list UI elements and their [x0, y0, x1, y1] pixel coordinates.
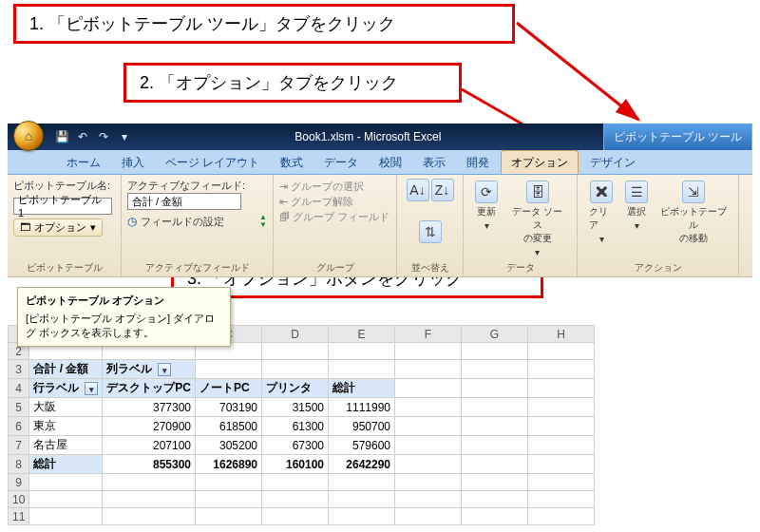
group-active-field: アクティブなフィールド: 合計 / 金額 ◷ フィールドの設定 ▲ ▼ アクティ… [122, 175, 274, 276]
row-header[interactable]: 8 [9, 455, 29, 474]
qat-dropdown-icon[interactable]: ▾ [116, 128, 133, 145]
pivot-col-item[interactable]: ノートPC [196, 379, 262, 398]
col-header[interactable]: F [395, 326, 462, 343]
titlebar: ⌂ 💾 ↶ ↷ ▾ Book1.xlsm - Microsoft Excel ピ… [8, 124, 752, 150]
clear-button[interactable]: 🗙クリア▾ [583, 179, 619, 259]
pivot-row-label[interactable]: 行ラベル▾ [29, 379, 103, 398]
pivot-cell[interactable]: 67300 [262, 436, 329, 455]
tab-home[interactable]: ホーム [57, 151, 110, 174]
context-tab-title: ピボットテーブル ツール [603, 124, 752, 150]
tab-developer[interactable]: 開発 [457, 151, 499, 174]
select-icon: ☰ [625, 180, 648, 203]
datasource-icon: 🗄 [526, 180, 549, 203]
pivot-value-field[interactable]: 合計 / 金額 [29, 360, 103, 379]
row-header[interactable]: 11 [9, 508, 29, 525]
row-header[interactable]: 10 [9, 491, 29, 508]
pivot-row-item[interactable]: 東京 [29, 417, 103, 436]
sort-asc-icon[interactable]: A↓ [407, 179, 429, 201]
pt-name-input[interactable]: ピボットテーブル1 [13, 198, 112, 215]
group-label-active-field: アクティブなフィールド [127, 261, 267, 275]
pivot-cell[interactable]: 618500 [196, 417, 262, 436]
office-button[interactable]: ⌂ [13, 121, 44, 151]
group-field-button[interactable]: 🗐 グループ フィールド [279, 209, 390, 224]
row-header[interactable]: 4 [9, 379, 29, 398]
pivot-table: A B C D E F G H 2 3 合計 / 金額 列ラベル▾ 4 行ラベル… [8, 325, 595, 525]
tab-formulas[interactable]: 数式 [271, 151, 313, 174]
tab-insert[interactable]: 挿入 [112, 151, 154, 174]
pivot-cell[interactable]: 2642290 [329, 455, 395, 474]
tab-view[interactable]: 表示 [413, 151, 455, 174]
active-field-input[interactable]: 合計 / 金額 [127, 193, 241, 210]
pivot-cell[interactable]: 31500 [262, 398, 329, 417]
row-header[interactable]: 3 [9, 360, 29, 379]
pivot-col-item[interactable]: 総計 [329, 379, 395, 398]
tab-data[interactable]: データ [314, 151, 368, 174]
pivot-row-item[interactable]: 名古屋 [29, 436, 103, 455]
callout-1: 1. 「ピボットテーブル ツール」タブをクリック [13, 4, 515, 44]
chevron-down-icon: ▾ [635, 220, 639, 231]
worksheet[interactable]: A B C D E F G H 2 3 合計 / 金額 列ラベル▾ 4 行ラベル… [8, 325, 752, 525]
refresh-icon: ⟳ [475, 180, 498, 203]
chevron-down-icon: ▾ [599, 234, 604, 244]
refresh-button[interactable]: ⟳更新▾ [469, 179, 504, 259]
group-selection-button[interactable]: ⇥ グループの選択 [279, 179, 390, 194]
tab-review[interactable]: 校閲 [370, 151, 411, 174]
tab-design[interactable]: デザイン [580, 151, 645, 174]
group-group: ⇥ グループの選択 ⇤ グループ解除 🗐 グループ フィールド グループ [274, 175, 397, 276]
row-header[interactable]: 6 [9, 417, 29, 436]
pivot-cell[interactable]: 270900 [103, 417, 196, 436]
sort-icon[interactable]: ⇅ [419, 220, 442, 243]
tab-page-layout[interactable]: ページ レイアウト [156, 151, 269, 174]
pivot-col-item[interactable]: プリンタ [262, 379, 329, 398]
row-header[interactable]: 5 [9, 398, 29, 417]
col-header[interactable]: H [528, 326, 595, 343]
field-settings-button[interactable]: フィールドの設定 [141, 215, 224, 229]
move-pt-button[interactable]: ⇲ピボットテーブル の移動 [654, 179, 732, 259]
pivot-cell[interactable]: 61300 [262, 417, 329, 436]
group-pivottable: ピボットテーブル名: ピボットテーブル1 🗔 オプション ▾ ピボットテーブル [8, 175, 122, 276]
options-icon: 🗔 [20, 221, 30, 233]
col-header[interactable]: D [262, 326, 329, 343]
pivot-cell[interactable]: 1111990 [329, 398, 395, 417]
pivot-col-label[interactable]: 列ラベル▾ [103, 360, 196, 379]
col-header[interactable]: E [329, 326, 395, 343]
redo-icon[interactable]: ↷ [95, 128, 112, 145]
select-button[interactable]: ☰選択▾ [619, 179, 654, 259]
svg-line-0 [517, 23, 638, 120]
options-button[interactable]: 🗔 オプション ▾ [13, 218, 103, 237]
row-header[interactable]: 9 [9, 474, 29, 491]
ungroup-button[interactable]: ⇤ グループ解除 [279, 194, 390, 209]
move-icon: ⇲ [682, 180, 705, 203]
collapse-icon[interactable]: ▼ [259, 221, 267, 229]
tab-options[interactable]: オプション [501, 150, 579, 174]
sort-desc-icon[interactable]: Z↓ [431, 179, 454, 201]
excel-window: ⌂ 💾 ↶ ↷ ▾ Book1.xlsm - Microsoft Excel ピ… [8, 124, 752, 532]
filter-dropdown-icon[interactable]: ▾ [85, 382, 98, 395]
save-icon[interactable]: 💾 [53, 128, 70, 145]
pivot-grand-total-row[interactable]: 総計 [29, 455, 103, 474]
undo-icon[interactable]: ↶ [74, 128, 91, 145]
row-header[interactable]: 7 [9, 436, 29, 455]
group-sort: A↓ Z↓ ⇅ 並べ替え [397, 175, 464, 276]
pivot-cell[interactable]: 207100 [103, 436, 196, 455]
pivot-cell[interactable]: 579600 [329, 436, 395, 455]
filter-dropdown-icon[interactable]: ▾ [158, 363, 171, 376]
group-actions: 🗙クリア▾ ☰選択▾ ⇲ピボットテーブル の移動 アクション [578, 175, 739, 276]
pivot-col-item[interactable]: デスクトップPC [103, 379, 196, 398]
group-label-group: グループ [279, 261, 390, 275]
pivot-row-item[interactable]: 大阪 [29, 398, 103, 417]
col-header[interactable]: G [462, 326, 528, 343]
pivot-cell[interactable]: 160100 [262, 455, 329, 474]
chevron-down-icon: ▾ [90, 221, 96, 234]
pivot-cell[interactable]: 1626890 [196, 455, 262, 474]
chevron-down-icon: ▾ [535, 247, 540, 257]
pivot-cell[interactable]: 703190 [196, 398, 262, 417]
callout-2: 2. 「オプション」タブをクリック [124, 63, 462, 103]
change-data-source-button[interactable]: 🗄データ ソース の変更▾ [504, 179, 571, 259]
pivot-cell[interactable]: 855300 [103, 455, 196, 474]
pivot-cell[interactable]: 950700 [329, 417, 395, 436]
pivot-cell[interactable]: 377300 [103, 398, 196, 417]
tooltip-body: [ピボットテーブル オプション] ダイアログ ボックスを表示します。 [26, 312, 222, 340]
quick-access-toolbar: 💾 ↶ ↷ ▾ [53, 128, 133, 145]
pivot-cell[interactable]: 305200 [196, 436, 262, 455]
